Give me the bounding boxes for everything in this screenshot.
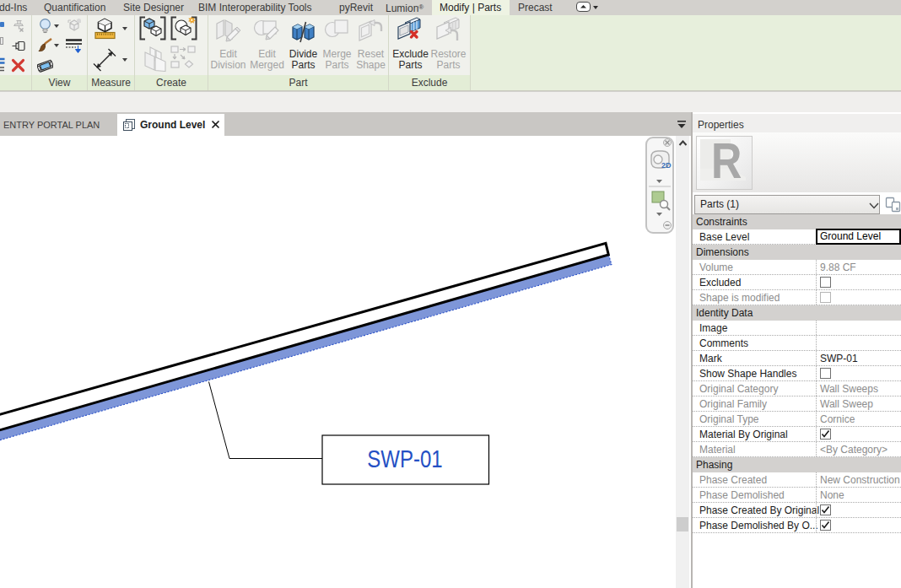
svg-text:SWP-01: SWP-01	[367, 445, 442, 472]
svg-text:R: R	[711, 137, 742, 189]
svg-text:2D: 2D	[661, 161, 672, 170]
